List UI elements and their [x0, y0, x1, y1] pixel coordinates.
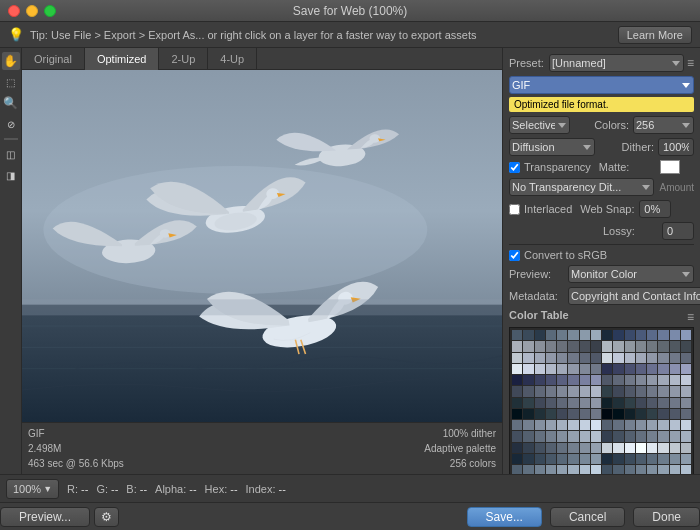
color-cell[interactable]	[568, 330, 578, 340]
color-cell[interactable]	[625, 409, 635, 419]
color-cell[interactable]	[512, 409, 522, 419]
toggle-tool1[interactable]: ◫	[2, 145, 20, 163]
color-cell[interactable]	[681, 431, 691, 441]
color-cell[interactable]	[647, 409, 657, 419]
color-cell[interactable]	[681, 341, 691, 351]
color-cell[interactable]	[535, 420, 545, 430]
color-cell[interactable]	[681, 386, 691, 396]
color-cell[interactable]	[546, 364, 556, 374]
color-cell[interactable]	[625, 386, 635, 396]
color-cell[interactable]	[523, 386, 533, 396]
color-cell[interactable]	[591, 465, 601, 474]
window-controls[interactable]	[8, 5, 56, 17]
color-cell[interactable]	[625, 420, 635, 430]
color-cell[interactable]	[568, 409, 578, 419]
color-cell[interactable]	[557, 364, 567, 374]
color-cell[interactable]	[591, 454, 601, 464]
color-cell[interactable]	[647, 353, 657, 363]
color-cell[interactable]	[636, 364, 646, 374]
color-cell[interactable]	[580, 364, 590, 374]
color-cell[interactable]	[613, 330, 623, 340]
color-cell[interactable]	[602, 431, 612, 441]
color-cell[interactable]	[681, 465, 691, 474]
color-cell[interactable]	[591, 341, 601, 351]
color-cell[interactable]	[658, 330, 668, 340]
lossy-input[interactable]	[662, 222, 694, 240]
color-cell[interactable]	[681, 420, 691, 430]
reduction-select[interactable]: Selective	[509, 116, 570, 134]
tab-2up[interactable]: 2-Up	[159, 48, 208, 70]
color-cell[interactable]	[512, 364, 522, 374]
color-cell[interactable]	[613, 454, 623, 464]
color-cell[interactable]	[512, 431, 522, 441]
color-cell[interactable]	[681, 353, 691, 363]
minimize-button[interactable]	[26, 5, 38, 17]
color-cell[interactable]	[535, 364, 545, 374]
color-cell[interactable]	[557, 341, 567, 351]
color-cell[interactable]	[580, 431, 590, 441]
color-cell[interactable]	[523, 353, 533, 363]
color-cell[interactable]	[681, 330, 691, 340]
color-cell[interactable]	[636, 465, 646, 474]
color-cell[interactable]	[658, 454, 668, 464]
tab-original[interactable]: Original	[22, 48, 85, 70]
color-cell[interactable]	[557, 330, 567, 340]
hand-tool[interactable]: ✋	[2, 52, 20, 70]
color-cell[interactable]	[625, 330, 635, 340]
no-transp-dither-select[interactable]: No Transparency Dit...	[509, 178, 654, 196]
color-cell[interactable]	[523, 465, 533, 474]
color-cell[interactable]	[523, 364, 533, 374]
color-cell[interactable]	[613, 443, 623, 453]
color-cell[interactable]	[602, 353, 612, 363]
color-cell[interactable]	[580, 465, 590, 474]
color-cell[interactable]	[568, 398, 578, 408]
color-cell[interactable]	[658, 398, 668, 408]
color-cell[interactable]	[613, 364, 623, 374]
color-cell[interactable]	[535, 353, 545, 363]
color-cell[interactable]	[613, 341, 623, 351]
color-cell[interactable]	[658, 364, 668, 374]
color-cell[interactable]	[546, 398, 556, 408]
color-cell[interactable]	[546, 409, 556, 419]
color-cell[interactable]	[557, 398, 567, 408]
color-cell[interactable]	[625, 431, 635, 441]
color-cell[interactable]	[636, 353, 646, 363]
color-cell[interactable]	[557, 465, 567, 474]
color-cell[interactable]	[647, 443, 657, 453]
color-cell[interactable]	[523, 431, 533, 441]
color-cell[interactable]	[681, 375, 691, 385]
color-cell[interactable]	[658, 341, 668, 351]
color-cell[interactable]	[512, 454, 522, 464]
preset-select[interactable]: [Unnamed]	[549, 54, 684, 72]
color-cell[interactable]	[625, 465, 635, 474]
color-cell[interactable]	[636, 341, 646, 351]
color-cell[interactable]	[568, 420, 578, 430]
color-cell[interactable]	[670, 454, 680, 464]
color-cell[interactable]	[512, 386, 522, 396]
color-cell[interactable]	[535, 341, 545, 351]
color-cell[interactable]	[613, 386, 623, 396]
color-cell[interactable]	[580, 375, 590, 385]
done-button[interactable]: Done	[633, 507, 700, 527]
color-cell[interactable]	[580, 398, 590, 408]
toggle-tool2[interactable]: ◨	[2, 166, 20, 184]
color-cell[interactable]	[670, 431, 680, 441]
color-cell[interactable]	[670, 353, 680, 363]
color-cell[interactable]	[512, 465, 522, 474]
color-cell[interactable]	[535, 386, 545, 396]
color-cell[interactable]	[557, 375, 567, 385]
color-cell[interactable]	[602, 330, 612, 340]
color-cell[interactable]	[580, 409, 590, 419]
color-cell[interactable]	[647, 364, 657, 374]
color-cell[interactable]	[568, 341, 578, 351]
tab-4up[interactable]: 4-Up	[208, 48, 257, 70]
zoom-dropdown[interactable]: 100% ▼	[6, 479, 59, 499]
color-cell[interactable]	[625, 375, 635, 385]
color-cell[interactable]	[602, 409, 612, 419]
color-cell[interactable]	[670, 443, 680, 453]
eyedropper-tool[interactable]: ⊘	[2, 115, 20, 133]
color-cell[interactable]	[512, 330, 522, 340]
color-cell[interactable]	[636, 443, 646, 453]
color-cell[interactable]	[670, 375, 680, 385]
color-cell[interactable]	[613, 409, 623, 419]
